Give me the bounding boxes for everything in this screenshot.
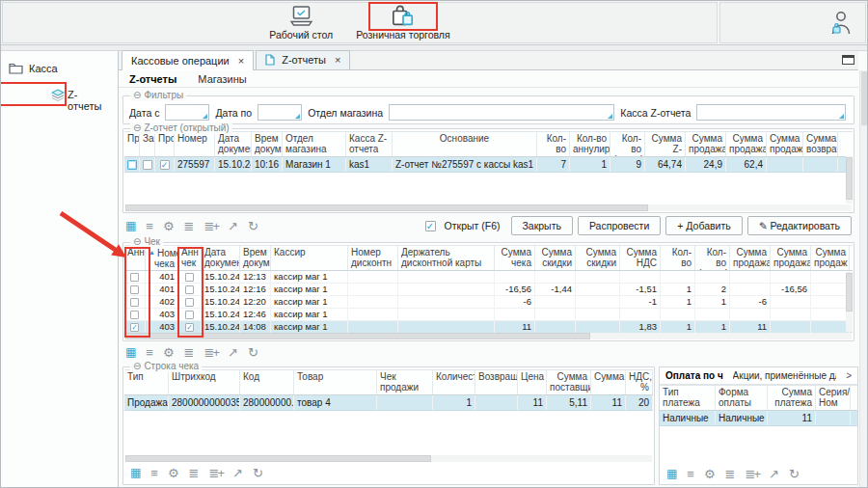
column-header[interactable]: Сумма Z-отчета [645,132,686,156]
column-header[interactable]: Сумма скидки по [576,246,620,270]
sidebar-item-kassa[interactable]: Касса [1,60,118,77]
edit-button[interactable]: ✎ Редактировать [747,216,852,235]
column-header[interactable]: Код [240,370,294,394]
tab-cash-operations[interactable]: Кассовые операции × [122,50,254,70]
column-header[interactable]: Кол-во строк [661,246,695,270]
desktop-button[interactable]: Рабочий стол [259,3,342,42]
tab-payment[interactable]: Оплата по чеку [665,370,723,381]
grid-icon[interactable]: ▦ [125,220,136,231]
row-checkbox[interactable] [143,160,152,170]
tab-scroll-right-icon[interactable]: > [846,370,852,381]
close-tab-icon[interactable]: × [335,54,340,66]
list-icon[interactable]: ≣ [184,346,195,359]
close-tab-icon[interactable]: × [238,55,244,67]
column-header[interactable]: Сумма [591,370,626,394]
column-header[interactable]: Штрихкод [169,370,240,394]
row-checkbox[interactable] [185,311,194,319]
row-checkbox[interactable]: ✓ [185,323,194,332]
open-window-icon[interactable]: ↗ [769,468,779,480]
retail-button[interactable]: Розничная торговля [346,3,459,42]
list-icon[interactable]: ≣ [184,220,195,232]
receipt-line-hscrollbar[interactable] [125,455,652,462]
column-header[interactable]: Врем докум [240,246,271,270]
list-add-icon[interactable]: ≣+ [746,468,759,480]
column-header[interactable]: Про [124,132,140,156]
table-row[interactable]: 40315.10.2412:46кассир маг 1 [124,309,853,321]
zreport-hscrollbar[interactable] [125,204,852,211]
column-header[interactable]: НДС, % [626,370,653,394]
row-checkbox[interactable] [185,298,194,307]
refresh-icon[interactable]: ↻ [789,468,800,480]
column-header[interactable]: Форма оплаты [716,386,768,410]
collapse-icon[interactable]: ⊖ [133,122,141,134]
open-window-icon[interactable]: ↗ [228,220,238,232]
tab-zreports[interactable]: Z-отчеты × [256,50,350,69]
column-header[interactable]: Кол-во (всего) [610,132,645,156]
refresh-icon[interactable]: ↻ [253,467,263,479]
grid-icon[interactable]: ▦ [130,467,141,478]
list-add-icon[interactable]: ≣+ [209,467,223,479]
grid-icon[interactable]: ▦ [666,468,677,479]
list-icon[interactable]: ≣ [189,467,200,479]
collapse-icon[interactable]: ⊖ [133,90,141,101]
column-header[interactable]: Сумма продажа [771,246,811,270]
column-header[interactable]: Сумма возврат [803,132,838,156]
user-icon[interactable] [828,10,852,36]
date-to-input[interactable] [258,104,302,121]
gear-icon[interactable]: ⚙ [168,467,179,479]
column-header[interactable]: Кол-во строк [537,132,570,156]
column-header[interactable]: Закр [140,132,155,156]
open-filter-checkbox[interactable]: ✓ [425,221,436,231]
open-window-icon[interactable]: ↗ [228,346,238,359]
refresh-icon[interactable]: ↻ [248,346,258,359]
collapse-icon[interactable]: ⊖ [133,361,141,372]
column-header[interactable]: Цена [518,370,547,394]
add-button[interactable]: + Добавить [665,216,742,235]
table-row[interactable]: НаличныеНаличные11 [660,411,857,426]
main-vscrollbar[interactable] [859,70,867,488]
date-from-input[interactable] [165,104,209,121]
column-header[interactable]: Кассир [271,246,348,270]
gear-icon[interactable]: ⚙ [163,220,175,232]
column-header[interactable]: Анн [124,246,146,270]
cash-input[interactable] [696,104,846,121]
row-checkbox[interactable]: ✓ [160,160,170,170]
column-header[interactable]: Кол-во (всего) [695,246,730,270]
column-header[interactable]: Чек продажи [377,370,433,394]
filter-icon[interactable]: ≡ [150,467,158,479]
row-checkbox[interactable] [130,298,139,307]
filter-icon[interactable]: ≡ [146,220,153,232]
list-icon[interactable]: ≣ [725,468,736,480]
row-checkbox[interactable] [185,273,194,282]
column-header[interactable]: Сумма платежа [768,386,816,410]
column-header[interactable]: Сумма поставщик [547,370,591,394]
column-header[interactable]: Касса Z-отчета [346,132,393,156]
column-header[interactable]: Дата докумен [215,132,252,156]
tab-promotions[interactable]: Акции, применённые для ст... [733,370,837,381]
column-header[interactable]: Сумма продажа [726,132,767,156]
collapse-icon[interactable]: ⊖ [133,236,141,248]
column-header[interactable]: Товар [294,370,377,394]
row-checkbox[interactable] [127,160,137,170]
list-add-icon[interactable]: ≣+ [204,346,218,359]
grid-icon[interactable]: ▦ [125,346,136,358]
column-header[interactable]: Анн чек [178,246,202,270]
table-row[interactable]: 40215.10.2412:20кассир маг 1-6-111-6 [124,296,853,309]
column-header[interactable]: Основание [393,132,537,156]
column-header[interactable]: Сумма продажа [730,246,771,270]
subtab-stores[interactable]: Магазины [198,73,246,85]
column-header[interactable]: Сумма продажа [686,132,726,156]
refresh-icon[interactable]: ↻ [248,220,258,232]
receipt-vscrollbar[interactable] [846,272,853,332]
column-header[interactable]: Сумма скидки [535,246,576,270]
filter-icon[interactable]: ≡ [146,346,153,359]
column-header[interactable]: Тип [124,370,169,394]
column-header[interactable]: Держатель дисконтной карты [398,246,495,270]
column-header[interactable]: Тип платежа [660,386,716,410]
column-header[interactable]: Про [155,132,175,156]
list-add-icon[interactable]: ≣+ [204,220,218,232]
column-header[interactable]: Номер [175,132,215,156]
open-window-icon[interactable]: ↗ [232,467,243,479]
column-header[interactable]: Возвращен [475,370,518,394]
unpost-button[interactable]: Распровести [578,216,661,235]
